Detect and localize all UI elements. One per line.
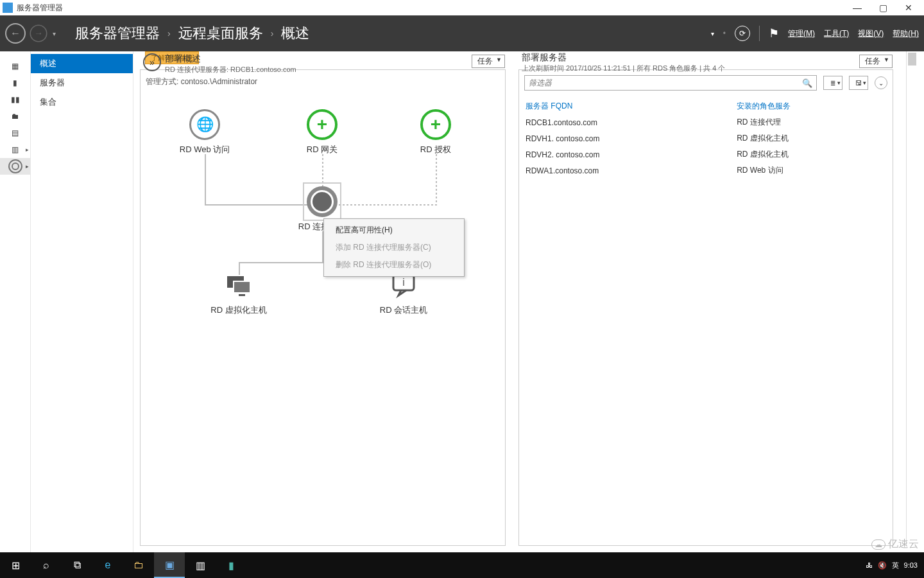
managed-as-line: 管理方式: contoso.\Administrator xyxy=(141,74,505,90)
table-row[interactable]: RDWA1.contoso.comRD Web 访问 xyxy=(519,162,893,179)
rail-all-servers-icon[interactable]: ▮▮ xyxy=(0,91,30,108)
tray-time: 9:03 xyxy=(904,561,918,569)
chevron-right-icon: › xyxy=(167,28,171,39)
menu-configure-ha[interactable]: 配置高可用性(H) xyxy=(324,222,464,239)
window-close-button[interactable]: ✕ xyxy=(896,0,921,15)
cell-role: RD Web 访问 xyxy=(730,162,893,179)
content-area: 了解详细信息 » 部署概述 RD 连接代理服务器: RDCB1.contoso.… xyxy=(133,51,924,552)
icon-rail: ▦ ▮ ▮▮ 🖿 ▤ ▥▸ ▸ xyxy=(0,51,31,552)
col-role[interactable]: 安装的角色服务 xyxy=(730,98,893,114)
svg-text:i: i xyxy=(402,277,405,288)
breadcrumb-service[interactable]: 远程桌面服务 xyxy=(178,24,263,43)
app-icon xyxy=(3,3,13,13)
taskbar-app-icon[interactable]: ▮ xyxy=(216,552,246,578)
node-label: RD 会话主机 xyxy=(365,304,442,316)
rail-rds-icon[interactable]: ▸ xyxy=(0,158,30,175)
window-titlebar: 服务器管理器 — ▢ ✕ xyxy=(0,0,924,15)
window-maximize-button[interactable]: ▢ xyxy=(870,0,896,15)
refresh-dropdown-icon[interactable]: ▾ xyxy=(711,30,714,37)
managed-as-label: 管理方式: xyxy=(146,77,178,86)
rail-file-services-icon[interactable]: 🖿 xyxy=(0,108,30,125)
refresh-icon[interactable]: ⟳ xyxy=(735,26,750,41)
node-rd-virtualization-host[interactable]: RD 虚拟化主机 xyxy=(200,270,277,316)
panel-title: 部署概述 xyxy=(165,53,296,65)
deployment-servers-panel: 部署服务器 上次刷新时间 2017/10/25 11:21:51 | 所有 RD… xyxy=(518,69,893,546)
tasks-dropdown[interactable]: 任务 xyxy=(859,55,893,68)
nav-dropdown-icon[interactable]: ▾ xyxy=(53,30,56,37)
view-options-button[interactable]: ≣ xyxy=(823,76,843,90)
tray-ime[interactable]: 英 xyxy=(892,561,899,570)
connector-line-dashed xyxy=(322,154,323,186)
taskbar-hyperv-icon[interactable]: ▥ xyxy=(185,552,216,578)
tasks-dropdown[interactable]: 任务 xyxy=(472,55,505,68)
sidebar-item-collections[interactable]: 集合 xyxy=(31,92,133,112)
menu-remove-broker: 删除 RD 连接代理服务器(O) xyxy=(324,256,464,274)
chevron-right-icon: ▸ xyxy=(26,163,29,170)
svg-rect-1 xyxy=(234,281,250,293)
add-icon: + xyxy=(307,109,338,140)
breadcrumb: 服务器管理器 › 远程桌面服务 › 概述 xyxy=(75,24,309,43)
table-row[interactable]: RDVH2. contoso.comRD 虚拟化主机 xyxy=(519,146,893,162)
monitor-stack-icon xyxy=(223,270,254,301)
filter-search[interactable]: 🔍 xyxy=(524,75,817,91)
window-minimize-button[interactable]: — xyxy=(844,0,870,15)
separator xyxy=(759,26,760,41)
side-nav: 概述 服务器 集合 xyxy=(31,51,133,552)
node-rd-web-access[interactable]: 🌐 RD Web 访问 xyxy=(166,109,243,155)
taskbar-server-manager-icon[interactable]: ▣ xyxy=(154,552,185,578)
panel-subtitle: 上次刷新时间 2017/10/25 11:21:51 | 所有 RDS 角色服务… xyxy=(522,64,893,73)
panel-title: 部署服务器 xyxy=(522,52,893,64)
expand-button[interactable]: ⌄ xyxy=(875,76,887,89)
tray-volume-icon[interactable]: 🔇 xyxy=(878,561,887,570)
col-fqdn[interactable]: 服务器 FQDN xyxy=(519,98,730,114)
cell-role: RD 连接代理 xyxy=(730,114,893,130)
svg-rect-2 xyxy=(239,294,245,296)
servers-table: 服务器 FQDN 安装的角色服务 RDCB1.contoso.comRD 连接代… xyxy=(519,98,893,179)
table-row[interactable]: RDVH1. contoso.comRD 虚拟化主机 xyxy=(519,130,893,146)
app-header: ← → ▾ 服务器管理器 › 远程桌面服务 › 概述 ▾ • ⟳ ⚑ 管理(M)… xyxy=(0,15,924,51)
menu-manage[interactable]: 管理(M) xyxy=(788,28,815,39)
node-label: RD 虚拟化主机 xyxy=(200,304,277,316)
deployment-diagram: 🌐 RD Web 访问 + RD 网关 + RD 授权 RD 连接代理 xyxy=(141,90,505,545)
save-query-button[interactable]: 🖫 xyxy=(849,76,868,90)
node-label: RD 授权 xyxy=(397,144,474,155)
cell-fqdn: RDVH1. contoso.com xyxy=(519,130,730,146)
nav-forward-button: → xyxy=(30,24,47,42)
rail-iis-icon[interactable]: ▥▸ xyxy=(0,141,30,158)
cell-role: RD 虚拟化主机 xyxy=(730,130,893,146)
rail-local-server-icon[interactable]: ▮ xyxy=(0,74,30,91)
search-icon[interactable]: 🔍 xyxy=(802,78,812,88)
globe-icon: 🌐 xyxy=(189,109,220,140)
menu-help[interactable]: 帮助(H) xyxy=(893,28,919,39)
sidebar-item-overview[interactable]: 概述 xyxy=(31,54,133,73)
rail-hyperv-icon[interactable]: ▤ xyxy=(0,125,30,141)
node-rd-licensing[interactable]: + RD 授权 xyxy=(397,109,474,155)
breadcrumb-root[interactable]: 服务器管理器 xyxy=(75,24,160,43)
context-menu: 配置高可用性(H) 添加 RD 连接代理服务器(C) 删除 RD 连接代理服务器… xyxy=(323,218,465,277)
nav-back-button[interactable]: ← xyxy=(5,23,26,44)
double-chevron-icon[interactable]: » xyxy=(143,53,161,71)
start-button[interactable]: ⊞ xyxy=(0,552,31,578)
menu-tools[interactable]: 工具(T) xyxy=(824,28,849,39)
flag-icon[interactable]: ⚑ xyxy=(769,26,779,40)
rail-dashboard-icon[interactable]: ▦ xyxy=(0,58,30,74)
taskbar-explorer-icon[interactable]: 🗀 xyxy=(123,552,154,578)
scrollbar-gutter[interactable] xyxy=(906,51,918,546)
breadcrumb-current: 概述 xyxy=(281,24,309,43)
tray-network-icon[interactable]: 🖧 xyxy=(866,561,873,569)
window-title: 服务器管理器 xyxy=(17,3,844,13)
cell-fqdn: RDCB1.contoso.com xyxy=(519,114,730,130)
table-row[interactable]: RDCB1.contoso.comRD 连接代理 xyxy=(519,114,893,130)
task-view-icon[interactable]: ⧉ xyxy=(62,552,92,578)
node-rd-gateway[interactable]: + RD 网关 xyxy=(284,109,361,155)
sidebar-item-servers[interactable]: 服务器 xyxy=(31,73,133,92)
menu-view[interactable]: 视图(V) xyxy=(858,28,884,39)
tray-clock[interactable]: 9:03 xyxy=(904,561,918,569)
taskbar-ie-icon[interactable]: e xyxy=(92,552,123,578)
taskbar-search-icon[interactable]: ⌕ xyxy=(31,552,62,578)
connector-line xyxy=(205,154,206,206)
cell-fqdn: RDWA1.contoso.com xyxy=(519,162,730,179)
filter-input[interactable] xyxy=(529,78,802,87)
managed-as-value: contoso.\Administrator xyxy=(181,77,257,86)
scrollbar-thumb[interactable] xyxy=(908,53,916,66)
